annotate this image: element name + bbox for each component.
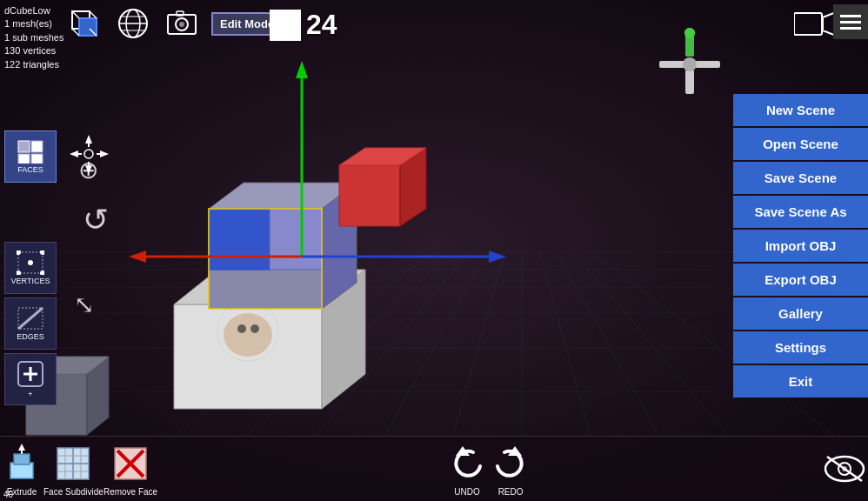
- settings-btn[interactable]: Settings: [733, 331, 868, 364]
- svg-point-40: [237, 324, 246, 333]
- svg-rect-65: [659, 61, 685, 68]
- open-scene-btn[interactable]: Open Scene: [733, 128, 868, 160]
- svg-marker-93: [100, 150, 109, 157]
- face-subdivide-label: Face Subdivide: [43, 487, 103, 497]
- redo-btn[interactable]: REDO: [489, 442, 532, 497]
- add-label: +: [28, 390, 32, 398]
- ham-line-3: [840, 27, 861, 30]
- extrude-icon: [0, 442, 43, 485]
- exit-btn[interactable]: Exit: [733, 365, 868, 397]
- new-scene-btn[interactable]: New Scene: [733, 94, 868, 126]
- ham-line-2: [840, 21, 861, 23]
- svg-marker-23: [209, 209, 270, 270]
- redo-label: REDO: [498, 487, 524, 497]
- undo-icon: [445, 442, 489, 485]
- right-menu-panel: New Scene Open Scene Save Scene Save Sce…: [733, 94, 868, 397]
- import-obj-btn[interactable]: Import OBJ: [733, 230, 868, 262]
- gallery-btn[interactable]: Gallery: [733, 297, 868, 330]
- svg-point-77: [17, 271, 21, 275]
- edges-label: EDGES: [17, 332, 44, 341]
- svg-marker-87: [85, 135, 92, 144]
- svg-rect-61: [794, 13, 822, 35]
- svg-text:⤡: ⤡: [74, 291, 94, 318]
- redo-icon: [489, 442, 532, 485]
- undo-label: UNDO: [454, 487, 479, 497]
- top-toolbar: Edit Mode: [65, 4, 283, 43]
- svg-point-79: [28, 260, 33, 265]
- face-subdivide-tool-btn[interactable]: Face Subdivide: [43, 442, 103, 497]
- svg-rect-73: [31, 154, 43, 164]
- svg-rect-71: [31, 141, 43, 152]
- visibility-toggle-btn[interactable]: [820, 447, 868, 491]
- svg-line-48: [90, 11, 97, 18]
- svg-marker-24: [270, 209, 322, 270]
- frame-box: [270, 10, 301, 41]
- svg-point-68: [683, 57, 697, 71]
- edges-tool-btn[interactable]: EDGES: [4, 297, 57, 350]
- svg-rect-72: [18, 154, 30, 164]
- save-scene-as-btn[interactable]: Save Scene As: [733, 196, 868, 228]
- viewport[interactable]: ↺ ⊕ ⤡ dCubeLow 1 mesh(es) 1 sub meshes 1…: [0, 0, 868, 501]
- screenshot-icon-btn[interactable]: [163, 4, 201, 43]
- svg-marker-26: [339, 165, 400, 226]
- svg-point-85: [84, 150, 93, 158]
- svg-line-80: [18, 308, 43, 329]
- svg-point-78: [40, 271, 44, 275]
- bottom-toolbar: Extrude Face Subdivide: [0, 436, 868, 501]
- svg-point-75: [17, 250, 21, 255]
- svg-rect-70: [18, 141, 30, 152]
- svg-point-41: [250, 324, 259, 333]
- object-icon-btn[interactable]: [65, 4, 103, 43]
- left-panel: FACES VERTICES EDGES: [4, 130, 57, 405]
- world-icon-btn[interactable]: [114, 4, 152, 43]
- svg-marker-32: [129, 250, 146, 263]
- svg-rect-58: [177, 11, 184, 16]
- orientation-gizmo: [651, 26, 729, 108]
- svg-rect-66: [694, 61, 720, 68]
- svg-marker-34: [489, 250, 506, 263]
- svg-marker-91: [70, 150, 78, 157]
- svg-point-59: [179, 22, 184, 27]
- vertices-label: VERTICES: [11, 277, 50, 285]
- vertices-tool-btn[interactable]: VERTICES: [4, 242, 57, 294]
- svg-point-39: [224, 313, 272, 357]
- svg-line-49: [72, 29, 79, 36]
- navigation-widget[interactable]: [70, 135, 109, 177]
- faces-tool-btn[interactable]: FACES: [4, 130, 57, 183]
- vertex-count: 130 vertices: [4, 44, 63, 57]
- undo-btn[interactable]: UNDO: [445, 442, 489, 497]
- svg-line-47: [72, 11, 79, 18]
- sub-mesh-count: 1 sub meshes: [4, 31, 63, 44]
- frame-counter: 24: [270, 9, 337, 41]
- svg-rect-95: [14, 454, 30, 464]
- svg-marker-30: [296, 61, 308, 78]
- remove-face-icon: [109, 442, 152, 485]
- add-tool-btn[interactable]: +: [4, 353, 57, 405]
- object-name: dCubeLow: [4, 4, 63, 17]
- triangle-count: 122 triangles: [4, 58, 63, 71]
- camera-video-btn[interactable]: [794, 9, 838, 43]
- svg-marker-97: [18, 444, 25, 451]
- remove-face-tool-btn[interactable]: Remove Face: [103, 442, 157, 497]
- ham-line-1: [840, 15, 861, 17]
- svg-point-76: [40, 250, 44, 255]
- mesh-count: 1 mesh(es): [4, 17, 63, 30]
- svg-point-69: [684, 28, 695, 38]
- svg-rect-60: [272, 12, 298, 38]
- save-scene-btn[interactable]: Save Scene: [733, 162, 868, 194]
- bottom-coordinate: 40: [0, 488, 17, 501]
- export-obj-btn[interactable]: Export OBJ: [733, 264, 868, 296]
- svg-text:↺: ↺: [83, 202, 109, 237]
- remove-face-label: Remove Face: [103, 487, 157, 497]
- svg-rect-67: [685, 70, 694, 94]
- hamburger-menu-btn[interactable]: [833, 4, 868, 39]
- svg-marker-89: [85, 165, 92, 174]
- object-info: dCubeLow 1 mesh(es) 1 sub meshes 130 ver…: [4, 4, 63, 71]
- frame-number: 24: [306, 9, 337, 41]
- faces-label: FACES: [17, 165, 43, 174]
- face-subdivide-icon: [51, 442, 95, 485]
